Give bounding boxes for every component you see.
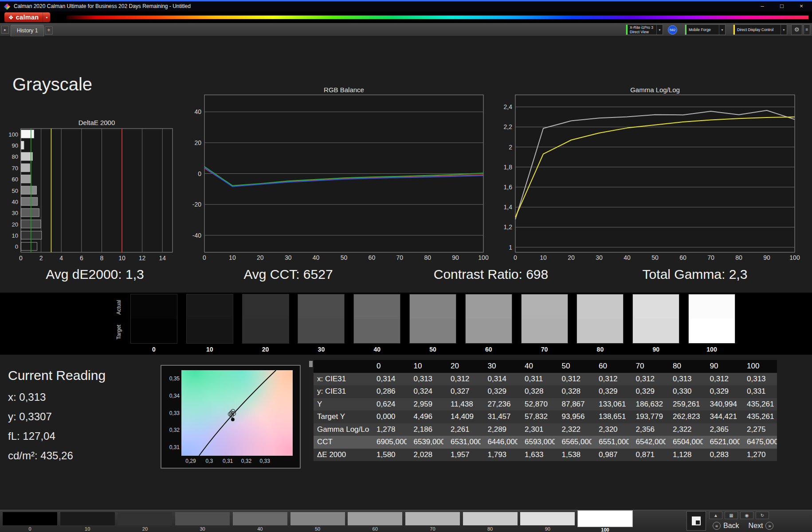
pattern-level-30-button[interactable]: 30 <box>175 510 230 532</box>
tab-scroll-button[interactable]: ▸ <box>1 26 9 34</box>
deltae-chart-title: DeltaE 2000 <box>21 119 173 126</box>
minimize-icon: – <box>761 3 764 9</box>
table-cell: 14,409 <box>443 411 481 423</box>
x-tick-label: 80 <box>424 254 431 261</box>
next-button[interactable]: Next » <box>745 520 777 531</box>
table-column-header-0: 0 <box>369 360 407 373</box>
table-cell: 262,823 <box>666 411 703 423</box>
chevron-down-icon[interactable]: ▼ <box>781 25 787 35</box>
pattern-level-10-button[interactable]: 10 <box>60 510 115 532</box>
pattern-level-60-button[interactable]: 60 <box>348 510 402 532</box>
pattern-level-100-button[interactable]: 100 <box>578 510 632 532</box>
pattern-window-button[interactable] <box>686 511 706 531</box>
pattern-swatch <box>348 512 402 525</box>
meter-dropdown[interactable]: X-Rite i1Pro 3 Direct View ▼ <box>626 24 663 35</box>
y-tick-label: 1,2 <box>504 223 513 231</box>
chevron-down-icon[interactable]: ▼ <box>719 25 725 35</box>
brand-bar: ❖ calman ▼ <box>0 12 812 23</box>
y-tick-label: 90 <box>12 142 18 149</box>
pattern-level-label: 60 <box>348 526 402 532</box>
back-chevrons-icon: « <box>713 522 721 530</box>
control-column: ▲ ▦ ◉ ↻ « Back Next » <box>709 511 777 531</box>
table-cell: 31,457 <box>481 411 518 423</box>
table-cell: 133,061 <box>592 398 629 411</box>
maximize-button[interactable]: □ <box>772 1 792 12</box>
logo-dropdown-caret-icon[interactable]: ▼ <box>43 12 50 22</box>
display-dropdown-text: Direct Display Control <box>735 25 781 35</box>
target-button[interactable]: ◉ <box>740 512 753 519</box>
table-cell: 0,312 <box>703 373 740 386</box>
grayscale-patch-90 <box>632 294 679 344</box>
table-column-header-90: 90 <box>703 360 740 373</box>
patch-level-label: 60 <box>465 346 512 353</box>
y-tick-label: 2,4 <box>504 103 513 110</box>
table-scroll-thumb[interactable] <box>309 361 313 367</box>
pattern-swatch <box>233 512 287 525</box>
patch-level-label: 100 <box>688 346 735 353</box>
display-control-dropdown[interactable]: Direct Display Control ▼ <box>733 24 787 35</box>
pattern-level-label: 10 <box>60 526 115 532</box>
table-cell: 6565,000 <box>555 436 592 449</box>
pattern-level-label: 30 <box>175 526 230 532</box>
settings-button[interactable]: ⚙ <box>791 24 802 35</box>
x-tick-label: 80 <box>735 254 742 261</box>
scroll-up-button[interactable]: ▲ <box>709 512 722 519</box>
options-button[interactable]: ≡ <box>804 24 810 35</box>
y-tick-label: 100 <box>8 131 18 138</box>
calman-logo-menu[interactable]: ❖ calman ▼ <box>4 12 50 22</box>
pattern-grid-button[interactable]: ▦ <box>725 512 738 519</box>
chevron-down-icon[interactable]: ▼ <box>656 25 663 35</box>
table-cell: 2,356 <box>629 423 666 436</box>
pattern-level-0-button[interactable]: 0 <box>3 510 57 532</box>
source-dropdown[interactable]: Mobile Forge ▼ <box>685 24 726 35</box>
y-tick-label: -40 <box>192 232 201 239</box>
table-row-label: y: CIE31 <box>314 385 369 398</box>
x-tick-label: 20 <box>257 254 264 261</box>
grayscale-patch-80 <box>577 294 624 344</box>
patch-level-label: 90 <box>632 346 679 353</box>
table-cell: 2,275 <box>740 423 777 436</box>
title-bar: Calman 2020 Calman Ultimate for Business… <box>0 0 812 12</box>
pattern-level-40-button[interactable]: 40 <box>233 510 287 532</box>
patch-actual-swatch <box>410 294 456 319</box>
table-cell: 259,261 <box>666 398 703 411</box>
pattern-level-70-button[interactable]: 70 <box>405 510 460 532</box>
grayscale-patch-0 <box>130 294 177 344</box>
table-cell: 2,289 <box>481 423 518 436</box>
x-tick-label: 10 <box>229 254 236 261</box>
refresh-button[interactable]: ↻ <box>756 512 769 519</box>
pattern-level-80-button[interactable]: 80 <box>463 510 518 532</box>
x-tick-label: 12 <box>139 254 146 262</box>
table-cell: 344,421 <box>703 411 740 423</box>
rgb-balance-chart: RGB Balance 40200-20-4001020304050607080… <box>186 82 497 269</box>
y-tick-label: 30 <box>12 210 18 216</box>
patch-level-label: 50 <box>409 346 456 353</box>
back-button[interactable]: « Back <box>709 520 743 531</box>
table-cell: 11,438 <box>443 398 481 411</box>
table-cell: 186,632 <box>629 398 666 411</box>
pattern-level-20-button[interactable]: 20 <box>118 510 172 532</box>
x-tick-label: 90 <box>763 254 770 261</box>
patch-level-label: 0 <box>130 346 177 353</box>
y-tick-label: 1,4 <box>504 203 513 211</box>
y-tick-label: 20 <box>12 221 18 228</box>
pattern-swatch <box>60 512 115 525</box>
meter-badge[interactable]: 582 <box>668 25 677 35</box>
minimize-button[interactable]: – <box>753 1 772 12</box>
add-tab-button[interactable]: + <box>45 26 53 35</box>
pattern-level-50-button[interactable]: 50 <box>290 510 345 532</box>
tab-history-1[interactable]: History 1 <box>11 25 44 36</box>
application-window: Calman 2020 Calman Ultimate for Business… <box>0 0 812 532</box>
y-tick-label: 60 <box>12 176 18 183</box>
y-tick-label: 0 <box>15 243 18 250</box>
patch-target-swatch <box>689 319 735 343</box>
table-scrollbar[interactable] <box>308 360 314 461</box>
table-cell: 57,832 <box>518 411 555 423</box>
table-cell: 0,987 <box>592 449 629 462</box>
x-tick-label: 4 <box>59 254 63 262</box>
close-button[interactable]: × <box>792 1 811 12</box>
grid-icon: ▦ <box>729 513 733 518</box>
patch-target-swatch <box>131 319 177 343</box>
pattern-level-90-button[interactable]: 90 <box>520 510 575 532</box>
navigation-row: « Back Next » <box>709 520 777 531</box>
